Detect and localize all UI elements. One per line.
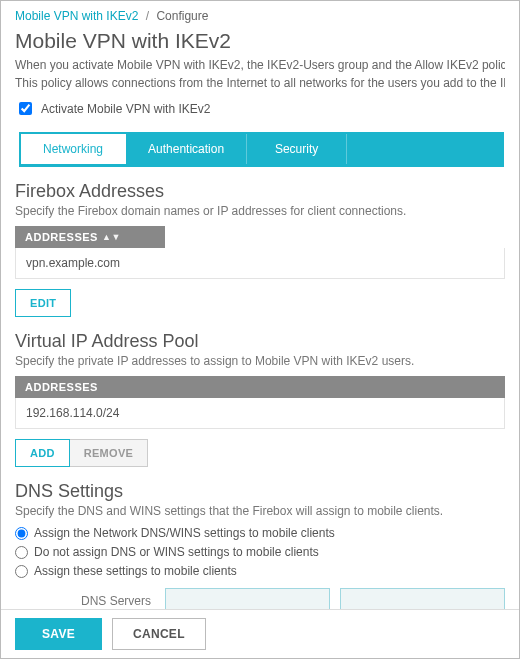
- dns-opt1-label: Assign the Network DNS/WINS settings to …: [34, 526, 335, 540]
- pool-col-header[interactable]: ADDRESSES: [15, 376, 505, 398]
- firebox-col-header[interactable]: ADDRESSES ▲▼: [15, 226, 165, 248]
- table-row[interactable]: 192.168.114.0/24: [16, 398, 504, 428]
- activate-checkbox[interactable]: [19, 102, 32, 115]
- breadcrumb-current: Configure: [156, 9, 208, 23]
- tab-bar: Networking Authentication Security: [19, 132, 504, 167]
- tab-spacer: [347, 134, 502, 164]
- pool-col-label: ADDRESSES: [25, 381, 98, 393]
- dns-heading: DNS Settings: [15, 481, 505, 502]
- tab-security[interactable]: Security: [247, 134, 347, 164]
- firebox-heading: Firebox Addresses: [15, 181, 505, 202]
- firebox-col-label: ADDRESSES: [25, 231, 98, 243]
- dns-opt2-label: Do not assign DNS or WINS settings to mo…: [34, 545, 319, 559]
- pool-sub: Specify the private IP addresses to assi…: [15, 354, 505, 368]
- dns-servers-label: DNS Servers: [15, 594, 165, 608]
- footer-bar: SAVE CANCEL: [1, 609, 519, 658]
- page-desc-1: When you activate Mobile VPN with IKEv2,…: [15, 57, 505, 73]
- firebox-sub: Specify the Firebox domain names or IP a…: [15, 204, 505, 218]
- dns-sub: Specify the DNS and WINS settings that t…: [15, 504, 505, 518]
- breadcrumb-parent-link[interactable]: Mobile VPN with IKEv2: [15, 9, 138, 23]
- firebox-table: vpn.example.com: [15, 248, 505, 279]
- breadcrumb: Mobile VPN with IKEv2 / Configure: [15, 9, 505, 23]
- dns-radio-network[interactable]: [15, 527, 28, 540]
- page-title: Mobile VPN with IKEv2: [15, 29, 505, 53]
- dns-radio-custom[interactable]: [15, 565, 28, 578]
- remove-button[interactable]: REMOVE: [70, 439, 148, 467]
- save-button[interactable]: SAVE: [15, 618, 102, 650]
- tab-authentication[interactable]: Authentication: [126, 134, 247, 164]
- dns-radio-none[interactable]: [15, 546, 28, 559]
- tab-networking[interactable]: Networking: [21, 134, 126, 164]
- pool-table: 192.168.114.0/24: [15, 398, 505, 429]
- add-button[interactable]: ADD: [15, 439, 70, 467]
- activate-label: Activate Mobile VPN with IKEv2: [41, 102, 210, 116]
- table-row[interactable]: vpn.example.com: [16, 248, 504, 278]
- pool-heading: Virtual IP Address Pool: [15, 331, 505, 352]
- page-desc-2: This policy allows connections from the …: [15, 75, 505, 91]
- edit-button[interactable]: EDIT: [15, 289, 71, 317]
- dns-opt3-label: Assign these settings to mobile clients: [34, 564, 237, 578]
- breadcrumb-separator: /: [146, 9, 149, 23]
- sort-icon: ▲▼: [102, 233, 121, 242]
- cancel-button[interactable]: CANCEL: [112, 618, 206, 650]
